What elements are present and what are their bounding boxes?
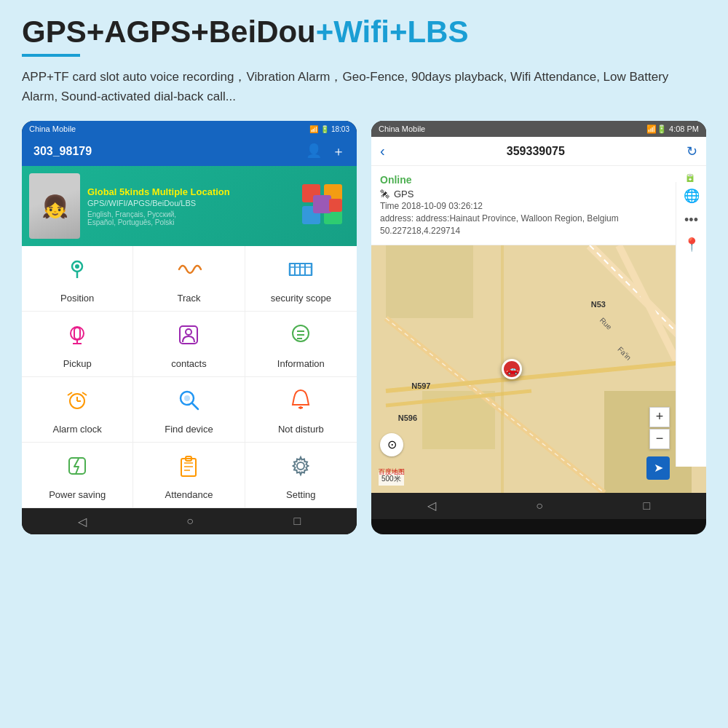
- banner-languages: English, Français, Русский, Español, Por…: [87, 210, 230, 226]
- phone2-bottom-nav: ◁ ○ □: [371, 493, 706, 519]
- phone2-info-panel: 🔋 Online 🛰 GPS Time 2018-10-09 03:26:12 …: [371, 166, 706, 245]
- phone1-header: 303_98179 👤 ＋: [22, 137, 357, 166]
- recent-nav-btn[interactable]: □: [294, 515, 301, 528]
- grid-item-track[interactable]: Track: [133, 246, 245, 312]
- svg-rect-4: [313, 195, 331, 213]
- phone1-header-icons: 👤 ＋: [306, 143, 345, 160]
- zoom-in-btn[interactable]: +: [649, 407, 670, 427]
- grid-item-find-device[interactable]: Find device: [133, 377, 245, 443]
- svg-point-20: [186, 329, 191, 335]
- globe-btn[interactable]: 🌐: [684, 188, 700, 204]
- pin-btn[interactable]: 📍: [684, 237, 700, 253]
- grid-item-setting[interactable]: Setting: [245, 443, 357, 508]
- phone2: China Mobile 📶🔋 4:08 PM ‹ 359339075 ↻ 🔋 …: [371, 121, 706, 534]
- phone1-carrier: China Mobile: [29, 124, 76, 133]
- back-nav-btn[interactable]: ◁: [78, 515, 87, 529]
- svg-point-8: [75, 264, 79, 269]
- map-label-n53: N53: [591, 300, 606, 309]
- title-underline: [22, 54, 80, 57]
- svg-point-34: [299, 406, 302, 409]
- svg-point-32: [184, 395, 190, 401]
- banner-sub-title: GPS//WIFI/APGS/BeiDou/LBS: [87, 199, 230, 207]
- home-nav-btn[interactable]: ○: [186, 515, 194, 528]
- phone2-home-nav[interactable]: ○: [536, 499, 543, 513]
- phone2-carrier: China Mobile: [379, 124, 425, 133]
- map-svg: [371, 245, 706, 493]
- gps-icon: 🛰: [380, 189, 389, 199]
- grid-item-attendance[interactable]: Attendance: [133, 443, 245, 508]
- grid-icon-3: [64, 322, 90, 354]
- banner-main-title: Global 5kinds Multiple Location: [87, 186, 230, 197]
- svg-rect-43: [386, 245, 473, 318]
- gps-time: Time 2018-10-09 03:26:12: [380, 201, 697, 211]
- map-label-n597: N597: [411, 381, 430, 390]
- grid-icon-1: [175, 256, 202, 288]
- grid-icon-10: [175, 453, 202, 485]
- map-location-btn[interactable]: ⊙: [380, 433, 403, 456]
- grid-label-3: Pickup: [63, 358, 92, 369]
- grid-icon-6: [64, 387, 90, 419]
- grid-icon-7: [175, 387, 202, 419]
- phone2-refresh-btn[interactable]: ↻: [687, 143, 697, 159]
- grid-label-6: Alarm clock: [53, 424, 102, 435]
- grid-label-10: Attendance: [165, 489, 213, 500]
- phone1-bottom-nav: ◁ ○ □: [22, 508, 357, 534]
- grid-label-5: Information: [277, 358, 325, 369]
- svg-line-28: [68, 392, 72, 395]
- grid-item-information[interactable]: Information: [245, 312, 357, 377]
- grid-label-7: Find device: [165, 424, 213, 435]
- banner-child-image: 👧: [29, 173, 80, 239]
- online-badge: Online: [380, 174, 412, 186]
- grid-item-security-scope[interactable]: security scope: [245, 246, 357, 312]
- phone2-back-btn[interactable]: ‹: [380, 143, 385, 159]
- phone2-status-bar: China Mobile 📶🔋 4:08 PM: [371, 121, 706, 137]
- gps-row: 🛰 GPS: [380, 189, 697, 199]
- phone2-map-wrapper: 🔋 Online 🛰 GPS Time 2018-10-09 03:26:12 …: [371, 166, 706, 493]
- map-label-n596: N596: [398, 414, 417, 422]
- zoom-out-btn[interactable]: −: [649, 429, 670, 449]
- phone2-back-nav[interactable]: ◁: [427, 499, 436, 513]
- grid-item-contacts[interactable]: contacts: [133, 312, 245, 377]
- phone1-device-id: 303_98179: [33, 145, 92, 158]
- device-map-marker: 🚗: [502, 359, 522, 379]
- user-icon[interactable]: 👤: [306, 143, 322, 160]
- phone1-status-bar: China Mobile 📶 🔋 18:03: [22, 121, 357, 137]
- phones-row: China Mobile 📶 🔋 18:03 303_98179 👤 ＋ 👧: [22, 121, 706, 534]
- grid-label-8: Not disturb: [278, 424, 324, 435]
- phone2-header: ‹ 359339075 ↻: [371, 137, 706, 166]
- grid-icon-9: [64, 453, 90, 485]
- banner-text: Global 5kinds Multiple Location GPS//WIF…: [87, 186, 230, 226]
- grid-item-position[interactable]: Position: [22, 246, 133, 312]
- grid-item-pickup[interactable]: Pickup: [22, 312, 133, 377]
- phone1-time: 18:03: [331, 125, 349, 133]
- map-zoom-controls: + −: [649, 407, 670, 449]
- phone2-status-icons: 📶🔋 4:08 PM: [646, 124, 699, 134]
- grid-icon-0: [64, 256, 90, 288]
- phone1: China Mobile 📶 🔋 18:03 303_98179 👤 ＋ 👧: [22, 121, 357, 534]
- gps-label: GPS: [394, 189, 414, 199]
- svg-line-31: [192, 403, 198, 409]
- grid-item-alarm-clock[interactable]: Alarm clock: [22, 377, 133, 443]
- map-navigate-btn[interactable]: ➤: [646, 456, 670, 480]
- title-part2: +Wifi+LBS: [316, 15, 469, 49]
- grid-label-9: Power saving: [49, 489, 106, 500]
- title-part1: GPS+AGPS+BeiDou: [22, 15, 316, 49]
- phone2-recent-nav[interactable]: □: [644, 499, 651, 513]
- grid-item-not-disturb[interactable]: Not disturb: [245, 377, 357, 443]
- add-icon[interactable]: ＋: [332, 143, 345, 160]
- phone1-status-icons: 📶 🔋 18:03: [309, 125, 349, 133]
- gps-address: address: address:Hainaut Province, Wallo…: [380, 213, 697, 237]
- more-btn[interactable]: •••: [684, 213, 698, 228]
- grid-icon-11: [288, 453, 314, 485]
- page-title: GPS+AGPS+BeiDou+Wifi+LBS: [22, 15, 706, 50]
- phone1-grid-menu: Position Track security scope Pickup con…: [22, 246, 357, 508]
- phone2-device-id: 359339075: [507, 145, 565, 158]
- grid-item-power-saving[interactable]: Power saving: [22, 443, 133, 508]
- svg-rect-5: [329, 199, 342, 212]
- banner-cubes: [298, 181, 349, 232]
- svg-point-41: [297, 462, 304, 470]
- svg-point-16: [71, 327, 84, 340]
- grid-label-1: Track: [177, 293, 200, 304]
- grid-label-2: security scope: [271, 293, 331, 304]
- grid-label-4: contacts: [171, 358, 206, 369]
